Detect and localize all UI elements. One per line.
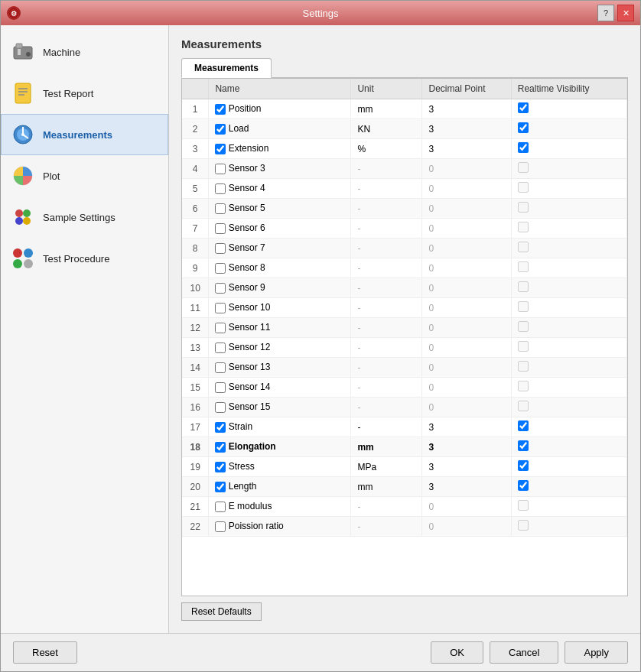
row-enable-checkbox[interactable] — [215, 223, 226, 234]
row-enable-checkbox[interactable] — [215, 462, 226, 472]
row-num: 11 — [182, 298, 209, 318]
row-enable-checkbox[interactable] — [215, 521, 226, 532]
svg-point-19 — [23, 217, 31, 225]
row-num: 7 — [182, 219, 209, 239]
sidebar-item-machine[interactable]: Machine — [1, 31, 168, 73]
row-enable-checkbox[interactable] — [215, 362, 226, 373]
row-unit: - — [351, 398, 422, 417]
row-unit: - — [351, 378, 422, 398]
row-unit: - — [351, 318, 422, 338]
row-rt-checkbox[interactable] — [518, 420, 529, 431]
row-unit: - — [351, 338, 422, 358]
sidebar-item-plot[interactable]: Plot — [1, 155, 168, 196]
row-enable-checkbox[interactable] — [215, 502, 226, 512]
svg-point-20 — [13, 248, 22, 258]
row-unit: - — [351, 258, 422, 278]
row-name: Sensor 10 — [209, 298, 351, 318]
measurements-table-container: Name Unit Decimal Point Realtime Visibil… — [181, 78, 628, 596]
table-row: 18 Elongationmm3 — [182, 437, 627, 457]
row-unit: mm — [351, 477, 422, 497]
row-rt-checkbox[interactable] — [518, 142, 529, 153]
row-enable-checkbox[interactable] — [215, 263, 226, 274]
row-rt-visibility — [511, 119, 626, 139]
help-button[interactable]: ? — [597, 5, 614, 21]
row-enable-checkbox[interactable] — [215, 303, 226, 313]
row-enable-checkbox[interactable] — [215, 144, 226, 154]
row-decimal: 0 — [422, 517, 511, 537]
measurements-icon — [11, 122, 35, 147]
row-unit: - — [351, 417, 422, 437]
row-unit: % — [351, 139, 422, 159]
row-enable-checkbox[interactable] — [215, 422, 226, 433]
row-rt-visibility — [511, 338, 626, 358]
reset-defaults-button[interactable]: Reset Defaults — [181, 602, 262, 621]
row-unit: MPa — [351, 457, 422, 477]
tab-measurements[interactable]: Measurements — [181, 58, 272, 78]
row-num: 10 — [182, 278, 209, 298]
row-decimal: 0 — [422, 199, 511, 219]
row-rt-checkbox — [518, 182, 529, 193]
row-rt-checkbox — [518, 381, 529, 391]
col-name: Name — [209, 79, 351, 99]
svg-point-5 — [26, 52, 31, 57]
sidebar-item-test-report[interactable]: Test Report — [1, 73, 168, 114]
row-name: Sensor 5 — [209, 199, 351, 219]
ok-button[interactable]: OK — [431, 641, 483, 664]
row-unit: - — [351, 497, 422, 517]
row-enable-checkbox[interactable] — [215, 283, 226, 294]
row-enable-checkbox[interactable] — [215, 124, 226, 135]
row-enable-checkbox[interactable] — [215, 183, 226, 194]
apply-button[interactable]: Apply — [565, 641, 628, 664]
table-row: 19 StressMPa3 — [182, 457, 627, 477]
row-name: Length — [209, 477, 351, 497]
row-rt-checkbox[interactable] — [518, 460, 529, 471]
row-name: Sensor 13 — [209, 358, 351, 378]
row-enable-checkbox[interactable] — [215, 323, 226, 333]
row-rt-checkbox — [518, 341, 529, 352]
row-rt-checkbox[interactable] — [518, 122, 529, 133]
row-unit: - — [351, 159, 422, 179]
row-rt-checkbox — [518, 242, 529, 252]
row-enable-checkbox[interactable] — [215, 104, 226, 115]
row-decimal: 0 — [422, 497, 511, 517]
close-button[interactable]: ✕ — [617, 5, 634, 21]
svg-rect-6 — [15, 83, 31, 103]
row-name: Sensor 15 — [209, 398, 351, 417]
row-rt-visibility — [511, 219, 626, 239]
sidebar-item-measurements[interactable]: Measurements — [1, 114, 168, 155]
col-unit: Unit — [351, 79, 422, 99]
row-name: E modulus — [209, 497, 351, 517]
table-body: 1 Positionmm32 LoadKN33 Extension%34 Sen… — [182, 99, 627, 537]
row-decimal: 3 — [422, 139, 511, 159]
row-rt-checkbox[interactable] — [518, 480, 529, 491]
sidebar-item-sample-settings[interactable]: Sample Settings — [1, 196, 168, 238]
svg-point-21 — [24, 248, 33, 258]
row-enable-checkbox[interactable] — [215, 382, 226, 393]
table-row: 8 Sensor 7-0 — [182, 239, 627, 258]
reset-button[interactable]: Reset — [13, 641, 77, 664]
row-decimal: 3 — [422, 99, 511, 119]
row-enable-checkbox[interactable] — [215, 203, 226, 214]
cancel-button[interactable]: Cancel — [490, 641, 558, 664]
machine-icon — [11, 40, 35, 64]
row-rt-checkbox[interactable] — [518, 440, 529, 451]
row-enable-checkbox[interactable] — [215, 482, 226, 492]
row-num: 2 — [182, 119, 209, 139]
row-rt-visibility — [511, 398, 626, 417]
row-enable-checkbox[interactable] — [215, 402, 226, 413]
table-row: 12 Sensor 11-0 — [182, 318, 627, 338]
svg-point-23 — [24, 259, 33, 268]
row-enable-checkbox[interactable] — [215, 243, 226, 254]
row-enable-checkbox[interactable] — [215, 342, 226, 353]
row-rt-checkbox[interactable] — [518, 102, 529, 113]
sidebar-item-test-procedure[interactable]: Test Procedure — [1, 238, 168, 279]
row-rt-checkbox — [518, 162, 529, 173]
row-rt-checkbox — [518, 520, 529, 531]
row-enable-checkbox[interactable] — [215, 164, 226, 174]
title-bar-left: ⚙ — [7, 6, 21, 20]
row-unit: - — [351, 278, 422, 298]
row-enable-checkbox[interactable] — [215, 442, 226, 453]
row-decimal: 0 — [422, 398, 511, 417]
row-num: 6 — [182, 199, 209, 219]
table-row: 5 Sensor 4-0 — [182, 179, 627, 199]
